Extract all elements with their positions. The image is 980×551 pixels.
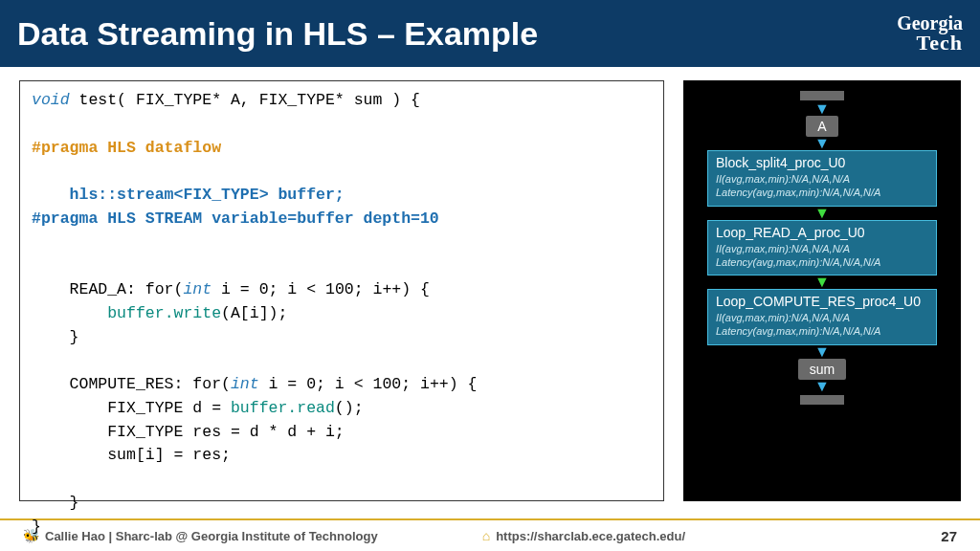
- code-compute-a: COMPUTE_RES: for(: [32, 375, 231, 393]
- code-column: ☛ 1 void test( FIX_TYPE* A, FIX_TYPE* su…: [19, 80, 664, 513]
- code-l17: }: [32, 494, 79, 512]
- gt-logo: Georgia Tech: [897, 13, 963, 54]
- home-icon: ⌂: [482, 528, 490, 543]
- node-block-split: Block_split4_proc_U0 II(avg,max,min):N/A…: [707, 150, 937, 207]
- node-title: Block_split4_proc_U0: [716, 155, 928, 170]
- node-title: Loop_COMPUTE_RES_proc4_U0: [716, 294, 928, 309]
- graph-terminal-bottom: [800, 395, 844, 405]
- code-l13a: FIX_TYPE d =: [32, 399, 231, 417]
- slide-title: Data Streaming in HLS – Example: [17, 15, 538, 53]
- node-latency: Latency(avg,max,min):N/A,N/A,N/A: [716, 324, 928, 338]
- arrow-icon: ▼: [814, 206, 830, 221]
- node-loop-read: Loop_READ_A_proc_U0 II(avg,max,min):N/A,…: [707, 220, 937, 276]
- arrow-icon: ▼: [814, 344, 830, 360]
- slide-body: ☛ 1 void test( FIX_TYPE* A, FIX_TYPE* su…: [0, 67, 980, 518]
- footer-author: Callie Hao | Sharc-lab @ Georgia Institu…: [45, 529, 378, 543]
- arrow-icon: ▼: [814, 136, 830, 151]
- code-l13c: ();: [335, 399, 364, 417]
- pragma-dataflow: #pragma HLS dataflow: [32, 139, 221, 157]
- arrow-icon: ▼: [814, 101, 830, 117]
- kw-int-1: int: [183, 280, 212, 298]
- code-indent-9: [32, 304, 107, 322]
- buffer-write: buffer.write: [107, 304, 221, 322]
- node-a: A: [806, 116, 837, 137]
- page-number: 27: [941, 528, 957, 544]
- arrow-icon: ▼: [814, 379, 830, 394]
- graph-terminal-top: [800, 91, 844, 100]
- node-sum: sum: [798, 359, 846, 380]
- code-read-a2: i = 0; i < 100; i++) {: [212, 280, 430, 298]
- code-l14: FIX_TYPE res = d * d + i;: [32, 423, 345, 441]
- node-title: Loop_READ_A_proc_U0: [716, 225, 928, 240]
- buffer-read: buffer.read: [231, 399, 335, 417]
- footer-author-block: 🐝 Callie Hao | Sharc-lab @ Georgia Insti…: [23, 528, 482, 543]
- code-read-a: READ_A: for(: [32, 280, 183, 298]
- kw-void: void: [32, 91, 70, 109]
- footer-url-block: ⌂ https://sharclab.ece.gatech.edu/: [482, 528, 942, 543]
- node-ii: II(avg,max,min):N/A,N/A,N/A: [716, 172, 928, 186]
- logo-text-bottom: Tech: [897, 33, 963, 54]
- node-ii: II(avg,max,min):N/A,N/A,N/A: [716, 311, 928, 324]
- code-listing: void test( FIX_TYPE* A, FIX_TYPE* sum ) …: [19, 80, 664, 501]
- arrow-icon: ▼: [814, 275, 830, 290]
- node-ii: II(avg,max,min):N/A,N/A,N/A: [716, 242, 928, 255]
- code-l10: }: [32, 328, 79, 346]
- pragma-stream: #pragma HLS STREAM variable=buffer depth…: [32, 209, 439, 228]
- stream-decl: hls::stream<FIX_TYPE> buffer;: [32, 186, 345, 204]
- dataflow-graph: ▼ A ▼ Block_split4_proc_U0 II(avg,max,mi…: [683, 80, 961, 501]
- node-loop-compute: Loop_COMPUTE_RES_proc4_U0 II(avg,max,min…: [707, 289, 937, 345]
- code-l15: sum[i] = res;: [32, 446, 231, 464]
- kw-int-2: int: [231, 375, 259, 393]
- slide-header: Data Streaming in HLS – Example Georgia …: [0, 0, 980, 67]
- node-latency: Latency(avg,max,min):N/A,N/A,N/A: [716, 186, 928, 199]
- slide-footer: 🐝 Callie Hao | Sharc-lab @ Georgia Insti…: [0, 518, 980, 551]
- code-l9c: (A[i]);: [221, 304, 287, 322]
- logo-text-top: Georgia: [897, 13, 963, 33]
- code-l18: }: [32, 518, 41, 536]
- code-line-1: test( FIX_TYPE* A, FIX_TYPE* sum ) {: [70, 91, 420, 109]
- footer-url: https://sharclab.ece.gatech.edu/: [496, 529, 685, 543]
- node-latency: Latency(avg,max,min):N/A,N/A,N/A: [716, 255, 928, 269]
- code-compute-b: i = 0; i < 100; i++) {: [259, 375, 478, 393]
